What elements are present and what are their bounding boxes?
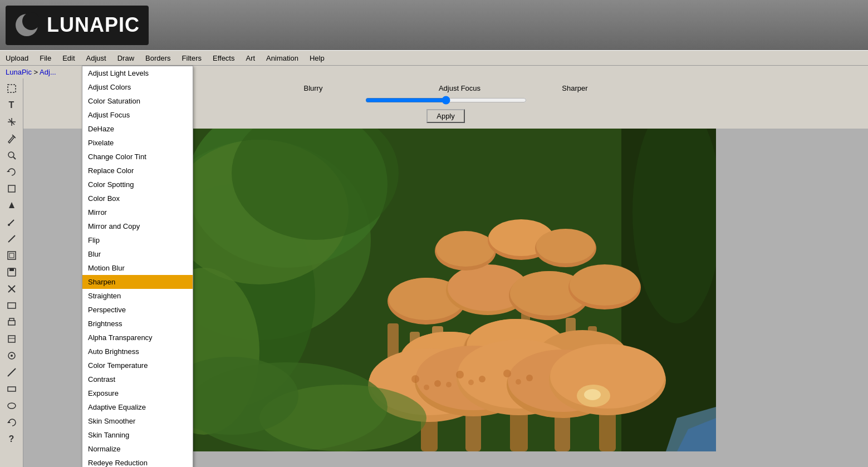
save-icon [7, 267, 17, 277]
eyedropper-tool-btn[interactable] [3, 214, 20, 230]
line-tool-btn[interactable] [3, 365, 20, 380]
menu-adjust[interactable]: Adjust [81, 52, 112, 64]
dropdown-flip[interactable]: Flip [82, 233, 193, 247]
rotate-tool-btn[interactable] [3, 164, 20, 180]
svg-point-97 [468, 380, 474, 385]
clone-tool-btn[interactable] [3, 114, 20, 130]
menu-edit[interactable]: Edit [57, 52, 80, 64]
select-tool-btn[interactable] [3, 81, 20, 96]
menu-filters[interactable]: Filters [176, 52, 207, 64]
adjust-focus-label: Adjust Focus [404, 84, 516, 92]
dropdown-auto-brightness[interactable]: Auto Brightness [82, 345, 193, 358]
breadcrumb-adjust[interactable]: Adj... [40, 68, 56, 76]
menu-help[interactable]: Help [304, 52, 330, 64]
dropdown-contrast[interactable]: Contrast [82, 372, 193, 386]
dropdown-brightness[interactable]: Brightness [82, 317, 193, 331]
svg-point-96 [479, 376, 486, 382]
header: LUNAPIC [0, 0, 868, 50]
mushroom-image-svg [176, 129, 716, 451]
svg-point-12 [8, 224, 10, 226]
svg-point-93 [424, 385, 429, 390]
svg-point-28 [8, 403, 16, 409]
dropdown-adjust-focus[interactable]: Adjust Focus [82, 108, 193, 122]
svg-rect-22 [8, 336, 15, 342]
pencil-icon [7, 234, 17, 244]
focus-slider[interactable] [365, 96, 527, 105]
help-tool-btn[interactable]: ? [3, 431, 20, 447]
dropdown-motion-blur[interactable]: Motion Blur [82, 261, 193, 275]
svg-marker-9 [7, 170, 10, 172]
crop-tool-btn[interactable] [3, 181, 20, 196]
svg-point-94 [446, 382, 452, 387]
text-tool-btn[interactable]: T [3, 97, 20, 113]
frame-icon [7, 250, 17, 260]
dropdown-perspective[interactable]: Perspective [82, 303, 193, 317]
save-tool-btn[interactable] [3, 264, 20, 280]
clone-icon [7, 117, 17, 127]
dropdown-normalize[interactable]: Normalize [82, 442, 193, 456]
dropdown-adjust-colors[interactable]: Adjust Colors [82, 80, 193, 94]
dropdown-mirror[interactable]: Mirror [82, 205, 193, 219]
dropdown-skin-tanning[interactable]: Skin Tanning [82, 428, 193, 442]
menu-animation[interactable]: Animation [261, 52, 304, 64]
svg-point-25 [11, 355, 13, 357]
menu-borders[interactable]: Borders [140, 52, 176, 64]
effects-icon [7, 351, 17, 361]
undo-icon [7, 417, 17, 427]
fill-tool-btn[interactable] [3, 198, 20, 213]
print-tool-btn[interactable] [3, 314, 20, 330]
shape-icon [7, 384, 17, 394]
menu-art[interactable]: Art [240, 52, 261, 64]
dropdown-straighten[interactable]: Straighten [82, 289, 193, 303]
dropdown-skin-smoother[interactable]: Skin Smoother [82, 414, 193, 428]
shape-tool-btn[interactable] [3, 381, 20, 397]
dropdown-color-saturation[interactable]: Color Saturation [82, 94, 193, 108]
ellipse-tool-btn[interactable] [3, 398, 20, 414]
dropdown-color-box[interactable]: Color Box [82, 191, 193, 205]
logo-container: LUNAPIC [6, 6, 149, 45]
menu-draw[interactable]: Draw [112, 52, 140, 64]
dropdown-replace-color[interactable]: Replace Color [82, 164, 193, 178]
dropdown-blur[interactable]: Blur [82, 247, 193, 261]
layers-icon [7, 334, 17, 344]
menu-effects[interactable]: Effects [207, 52, 241, 64]
svg-point-1 [22, 12, 40, 30]
zoom-tool-btn[interactable] [3, 148, 20, 163]
svg-marker-29 [7, 421, 11, 423]
dropdown-adjust-light-levels[interactable]: Adjust Light Levels [82, 66, 193, 80]
dropdown-redeye-reduction[interactable]: Redeye Reduction [82, 456, 193, 467]
svg-rect-2 [8, 85, 16, 92]
dropdown-mirror-and-copy[interactable]: Mirror and Copy [82, 219, 193, 233]
frame-tool-btn[interactable] [3, 248, 20, 263]
dropdown-alpha-transparency[interactable]: Alpha Transparency [82, 331, 193, 345]
rect-tool-btn[interactable] [3, 298, 20, 313]
zoom-icon [7, 150, 17, 160]
effects-tool-btn[interactable] [3, 348, 20, 363]
svg-point-92 [434, 380, 441, 387]
sharper-label: Sharper [516, 84, 588, 92]
menu-file[interactable]: File [34, 52, 57, 64]
dropdown-adaptive-equalize[interactable]: Adaptive Equalize [82, 400, 193, 414]
dropdown-sharpen[interactable]: Sharpen [82, 275, 193, 289]
layers-tool-btn[interactable] [3, 331, 20, 347]
dropdown-pixelate[interactable]: Pixelate [82, 136, 193, 150]
adjust-dropdown: Adjust Light Levels Adjust Colors Color … [82, 66, 193, 467]
pencil-tool-btn[interactable] [3, 231, 20, 247]
breadcrumb-lunapic[interactable]: LunaPic [6, 68, 32, 76]
pen-tool-btn[interactable] [3, 131, 20, 146]
blurry-label: Blurry [304, 84, 404, 92]
svg-point-7 [8, 152, 14, 158]
dropdown-dehaze[interactable]: DeHaze [82, 122, 193, 136]
svg-point-66 [536, 229, 595, 263]
menubar: Upload File Edit Adjust Draw Borders Fil… [0, 50, 868, 66]
menu-upload[interactable]: Upload [0, 52, 34, 64]
dropdown-color-spotting[interactable]: Color Spotting [82, 178, 193, 191]
dropdown-exposure[interactable]: Exposure [82, 386, 193, 400]
undo-tool-btn[interactable] [3, 415, 20, 430]
close-tool-btn[interactable] [3, 281, 20, 297]
dropdown-color-temperature[interactable]: Color Temperature [82, 358, 193, 372]
crop-icon [7, 184, 17, 194]
dropdown-change-color-tint[interactable]: Change Color Tint [82, 150, 193, 164]
apply-button[interactable]: Apply [426, 109, 465, 123]
question-icon: ? [9, 434, 14, 444]
